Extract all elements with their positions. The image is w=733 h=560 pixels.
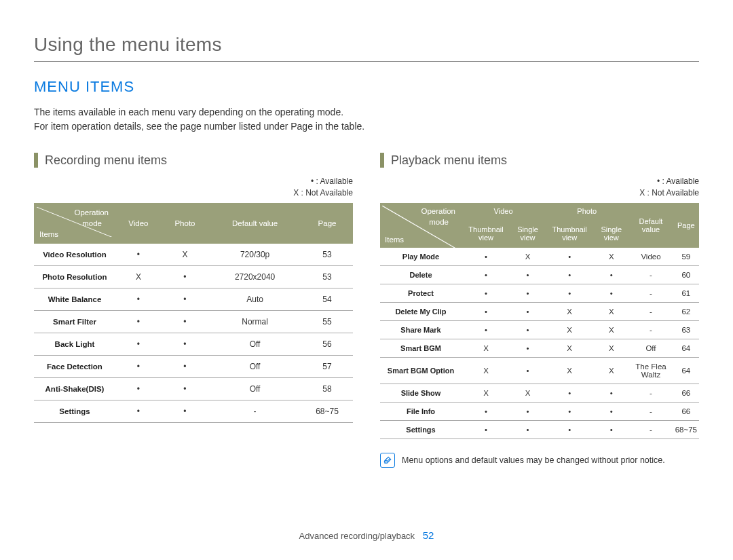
cell-default: Off bbox=[208, 377, 301, 400]
cell-vt: • bbox=[462, 302, 510, 320]
cell-default: 720/30p bbox=[208, 244, 301, 266]
cell-default: 2720x2040 bbox=[208, 265, 301, 288]
legend-available: • : Available bbox=[311, 176, 353, 186]
cell-pt: X bbox=[545, 320, 594, 339]
cell-ps: • bbox=[594, 384, 628, 402]
legend-available: • : Available bbox=[657, 176, 699, 186]
cell-item: Smart BGM bbox=[380, 339, 462, 357]
cell-video: • bbox=[115, 400, 162, 422]
col-video-thumb: Thumbnail view bbox=[462, 220, 510, 248]
cell-photo: X bbox=[162, 244, 208, 266]
recording-subtitle: Recording menu items bbox=[45, 153, 167, 168]
cell-item: Delete My Clip bbox=[380, 302, 462, 320]
cell-page: 68~75 bbox=[673, 420, 699, 438]
table-row: File Info••••-66 bbox=[380, 402, 699, 420]
cell-vs: • bbox=[510, 402, 545, 420]
cell-vt: • bbox=[462, 320, 510, 339]
cell-pt: X bbox=[545, 339, 594, 357]
corner-mode: mode bbox=[82, 219, 102, 227]
cell-vt: • bbox=[462, 284, 510, 302]
cell-ps: X bbox=[594, 248, 628, 266]
cell-page: 56 bbox=[301, 333, 353, 355]
cell-page: 66 bbox=[673, 402, 699, 420]
cell-item: Slide Show bbox=[380, 384, 462, 402]
horizontal-rule bbox=[34, 61, 699, 62]
cell-page: 53 bbox=[301, 265, 353, 288]
cell-ps: X bbox=[594, 357, 628, 384]
legend-recording: • : Available X : Not Available bbox=[34, 176, 353, 199]
corner-header: Operation mode Items bbox=[380, 203, 462, 248]
cell-vt: X bbox=[462, 357, 510, 384]
corner-header: Operation mode Items bbox=[34, 203, 115, 244]
table-row: Video Resolution•X720/30p53 bbox=[34, 244, 353, 266]
intro-text: The items available in each menu vary de… bbox=[34, 105, 699, 134]
col-photo-thumb: Thumbnail view bbox=[545, 220, 594, 248]
cell-default: - bbox=[628, 384, 673, 402]
cell-vt: • bbox=[462, 248, 510, 266]
footer-text: Advanced recording/playback bbox=[299, 531, 415, 541]
corner-operation: Operation bbox=[421, 207, 455, 215]
cell-ps: • bbox=[594, 265, 628, 284]
cell-default: Off bbox=[208, 333, 301, 355]
intro-line-2: For item operation details, see the page… bbox=[34, 121, 364, 132]
cell-pt: • bbox=[545, 284, 594, 302]
cell-vt: • bbox=[462, 265, 510, 284]
cell-item: White Balance bbox=[34, 288, 115, 310]
cell-vt: • bbox=[462, 420, 510, 438]
cell-item: Video Resolution bbox=[34, 244, 115, 266]
corner-mode: mode bbox=[429, 218, 449, 226]
table-row: Anti-Shake(DIS)••Off58 bbox=[34, 377, 353, 400]
cell-item: Settings bbox=[34, 400, 115, 422]
cell-video: • bbox=[115, 244, 162, 266]
cell-page: 55 bbox=[301, 310, 353, 333]
col-page: Page bbox=[301, 203, 353, 244]
cell-vs: X bbox=[510, 248, 545, 266]
cell-default: - bbox=[208, 400, 301, 422]
cell-item: Photo Resolution bbox=[34, 265, 115, 288]
cell-item: Anti-Shake(DIS) bbox=[34, 377, 115, 400]
cell-video: • bbox=[115, 333, 162, 355]
table-row: Smart BGMX•XXOff64 bbox=[380, 339, 699, 357]
cell-ps: X bbox=[594, 302, 628, 320]
cell-default: - bbox=[628, 284, 673, 302]
cell-default: - bbox=[628, 302, 673, 320]
note-text: Menu options and default values may be c… bbox=[402, 455, 665, 465]
cell-item: Back Light bbox=[34, 333, 115, 355]
table-row: Face Detection••Off57 bbox=[34, 355, 353, 377]
cell-vs: • bbox=[510, 320, 545, 339]
cell-vt: X bbox=[462, 339, 510, 357]
cell-default: Off bbox=[208, 355, 301, 377]
cell-page: 61 bbox=[673, 284, 699, 302]
table-row: Slide ShowXX••-66 bbox=[380, 384, 699, 402]
cell-vs: • bbox=[510, 357, 545, 384]
cell-item: Share Mark bbox=[380, 320, 462, 339]
cell-page: 68~75 bbox=[301, 400, 353, 422]
playback-column: Playback menu items • : Available X : No… bbox=[380, 153, 699, 468]
table-row: Delete My Clip••XX-62 bbox=[380, 302, 699, 320]
cell-vs: X bbox=[510, 384, 545, 402]
cell-photo: • bbox=[162, 400, 208, 422]
table-row: Protect••••-61 bbox=[380, 284, 699, 302]
cell-photo: • bbox=[162, 377, 208, 400]
cell-pt: • bbox=[545, 420, 594, 438]
cell-pt: • bbox=[545, 402, 594, 420]
note-icon bbox=[380, 453, 395, 468]
playback-table: Operation mode Items Video Photo Default… bbox=[380, 203, 699, 439]
cell-page: 59 bbox=[673, 248, 699, 266]
cell-default: - bbox=[628, 402, 673, 420]
cell-video: • bbox=[115, 288, 162, 310]
cell-page: 62 bbox=[673, 302, 699, 320]
cell-default: - bbox=[628, 265, 673, 284]
accent-bar-icon bbox=[34, 153, 38, 168]
intro-line-1: The items available in each menu vary de… bbox=[34, 107, 343, 117]
cell-page: 53 bbox=[301, 244, 353, 266]
playback-subtitle: Playback menu items bbox=[391, 153, 507, 168]
cell-page: 57 bbox=[301, 355, 353, 377]
cell-vs: • bbox=[510, 420, 545, 438]
col-photo-group: Photo bbox=[545, 203, 628, 220]
cell-default: - bbox=[628, 420, 673, 438]
table-row: Share Mark••XX-63 bbox=[380, 320, 699, 339]
cell-video: • bbox=[115, 377, 162, 400]
cell-default: Video bbox=[628, 248, 673, 266]
cell-vs: • bbox=[510, 284, 545, 302]
